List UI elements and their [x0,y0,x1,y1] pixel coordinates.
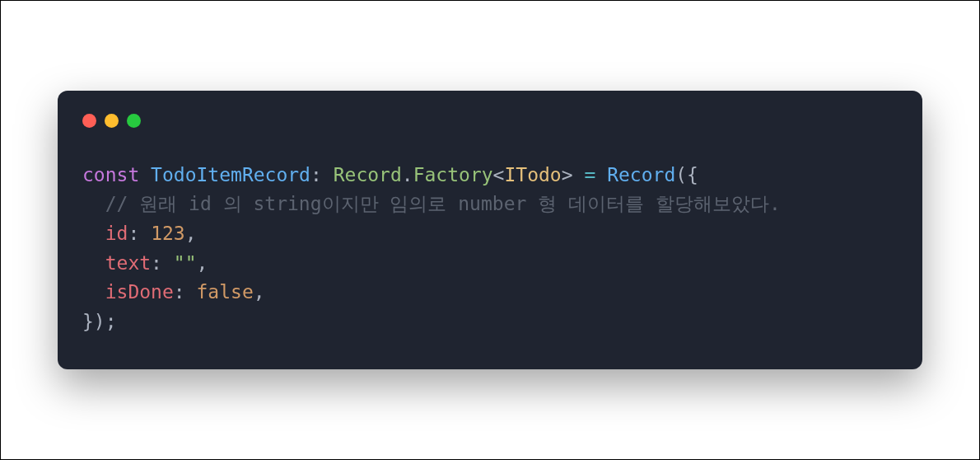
punct-openparenbrace: ({ [675,164,698,185]
indent [82,281,105,303]
punct-comma: , [254,281,265,303]
comment-line: // 원래 id 의 string이지만 임의로 number 형 데이터를 할… [105,193,781,214]
indent [82,193,105,214]
prop-id: id [105,223,128,244]
punct-dot: . [402,164,413,185]
punct-gt: > [562,164,573,185]
type-itodo: ITodo [504,164,561,185]
value-number: 123 [151,223,185,244]
window-titlebar [58,91,922,136]
code-window: const TodoItemRecord: Record.Factory<ITo… [58,91,922,370]
indent [82,252,105,274]
keyword-const: const [82,164,139,185]
prop-text: text [105,252,151,274]
value-string: "" [174,252,197,274]
value-bool: false [197,281,254,303]
call-record: Record [607,164,675,185]
punct-colon: : [128,223,139,244]
prop-isdone: isDone [105,281,174,303]
punct-colon: : [174,281,185,303]
zoom-icon[interactable] [127,114,141,128]
punct-comma: , [197,252,208,274]
indent [82,223,105,244]
type-factory: Factory [413,164,493,185]
identifier-todoitemrecord: TodoItemRecord [151,164,310,185]
minimize-icon[interactable] [105,114,119,128]
punct-colon: : [151,252,162,274]
code-block: const TodoItemRecord: Record.Factory<ITo… [58,136,922,337]
op-eq: = [584,164,595,185]
punct-closebraceparen: }); [82,311,117,332]
punct-colon: : [310,164,322,185]
close-icon[interactable] [82,114,96,128]
type-record: Record [334,164,402,185]
punct-lt: < [493,164,505,185]
punct-comma: , [185,223,197,244]
